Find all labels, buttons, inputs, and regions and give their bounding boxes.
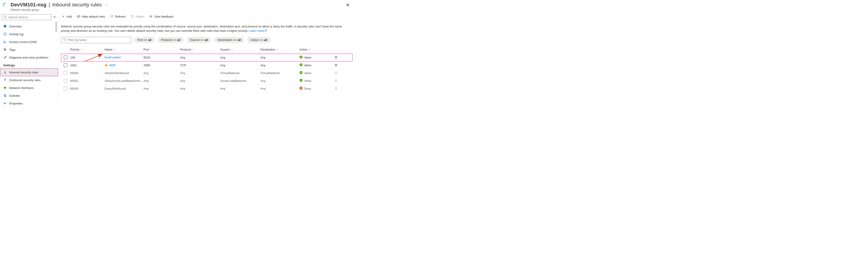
add-button[interactable]: Add [61,15,72,18]
delete-row-button[interactable] [332,56,341,59]
filter-pill-action[interactable]: Action == all [247,37,271,43]
cell-port: 3389 [144,64,180,67]
nic-icon [3,86,7,90]
delete-row-button[interactable] [332,64,341,67]
svg-point-27 [63,38,65,40]
deny-icon [299,86,303,90]
cell-destination: Any [260,64,299,67]
cell-name[interactable]: RDP [104,63,144,67]
sort-icon: ↑↓ [230,48,233,51]
trash-icon [131,15,134,18]
feedback-icon [149,15,153,18]
give-feedback-button[interactable]: Give feedback [149,15,173,18]
cell-protocol: TCP [180,64,220,67]
sidebar-item-network-interfaces[interactable]: Network interfaces [0,84,58,92]
sidebar-item-diagnose[interactable]: Diagnose and solve problems [0,53,58,61]
warning-icon [104,63,108,67]
svg-line-1 [6,17,6,18]
search-icon [3,15,7,19]
wrench-icon [3,55,7,59]
column-header-protocol[interactable]: Protocol↑↓ [180,48,220,51]
svg-rect-14 [4,96,5,97]
table-row[interactable]: 65000AllowVnetInBoundAnyAnyVirtualNetwor… [61,69,352,77]
hide-default-rules-button[interactable]: Hide default rules [77,15,105,18]
column-header-name[interactable]: Name↑↓ [104,48,144,51]
column-header-destination[interactable]: Destination↑↓ [260,48,299,51]
column-header-source[interactable]: Source↑↓ [220,48,260,51]
sidebar-item-overview[interactable]: Overview [0,23,58,30]
cell-priority: 100 [70,56,104,59]
svg-rect-56 [335,88,337,90]
column-header-priority[interactable]: Priority↑↓ [70,48,104,51]
eye-off-icon [77,15,81,18]
row-checkbox[interactable] [64,79,67,82]
svg-rect-23 [131,16,133,17]
sidebar-item-label: Activity log [9,33,23,36]
table-row[interactable]: 1001RDP3389TCPAnyAnyAllow [61,62,352,69]
row-checkbox[interactable] [64,55,67,59]
sidebar-item-access-control[interactable]: Access control (IAM) [0,38,58,46]
sidebar-item-label: Inbound security rules [9,71,38,74]
people-icon [3,40,7,44]
cell-source: Any [220,64,260,67]
cell-action: Deny [299,86,332,90]
svg-rect-15 [5,96,6,97]
filter-pill-protocol[interactable]: Protocol == all [158,37,184,43]
cell-action: Allow [299,71,332,75]
table-row[interactable]: 100PortForWAC6516AnyAnyAnyAllow [61,54,352,62]
sidebar-item-inbound-rules[interactable]: Inbound security rules [0,68,58,76]
cell-source: VirtualNetwork [220,71,260,75]
sidebar-item-activity-log[interactable]: Activity log [0,30,58,38]
svg-rect-2 [4,33,6,35]
delete-button: Delete [131,15,145,18]
filter-pill-source[interactable]: Source == all [187,37,211,43]
svg-point-49 [300,79,303,82]
learn-more-link[interactable]: Learn more [249,29,267,33]
cell-protocol: Any [180,56,220,59]
sidebar-scrollbar[interactable] [56,22,57,107]
cell-port: Any [144,71,180,75]
page-title-sub: Inbound security rules [52,2,101,8]
cell-name: AllowAzureLoadBalancerIn… [104,79,144,82]
sort-icon: ↑↓ [80,48,83,51]
table-row[interactable]: 65500DenyAllInBoundAnyAnyAnyAnyDeny [61,85,352,92]
sidebar-item-label: Outbound security rules [9,78,40,82]
description-text: Network security group security rules ar… [58,21,355,36]
cell-name[interactable]: PortForWAC [104,56,144,59]
filter-by-name-input[interactable] [61,37,131,43]
allow-icon [299,71,303,75]
sort-icon: ↑↓ [192,48,195,51]
svg-rect-30 [335,57,337,59]
refresh-button[interactable]: Refresh [110,15,126,18]
cell-name: DenyAllInBound [104,87,144,90]
svg-rect-11 [6,87,6,88]
properties-icon [3,102,7,105]
row-checkbox[interactable] [64,63,67,67]
close-button[interactable]: ✕ [344,2,351,8]
filter-pill-destination[interactable]: Destination == all [214,37,244,43]
allow-icon [299,55,303,60]
collapse-sidebar-button[interactable] [53,15,56,19]
filter-pill-port[interactable]: Port == all [134,37,155,43]
cell-action: Allow [299,79,332,83]
sidebar-item-properties[interactable]: Properties [0,100,58,107]
column-header-action[interactable]: Action↑↓ [299,48,332,51]
table-row[interactable]: 65001AllowAzureLoadBalancerIn…AnyAnyAzur… [61,77,352,85]
column-header-port[interactable]: Port↑↓ [144,48,180,51]
svg-point-0 [4,16,6,18]
shield-icon [3,25,7,28]
cell-priority: 65001 [70,79,104,82]
cell-protocol: Any [180,87,220,90]
more-actions-button[interactable]: ⋯ [104,3,109,7]
sidebar-item-subnets[interactable]: Subnets [0,92,58,100]
sort-icon: ↑↓ [150,48,152,51]
sidebar-item-label: Diagnose and solve problems [9,56,49,59]
svg-line-22 [78,15,80,17]
tag-icon [3,48,7,51]
svg-rect-38 [335,65,337,67]
row-checkbox[interactable] [64,71,67,75]
sidebar-item-outbound-rules[interactable]: Outbound security rules [0,76,58,84]
row-checkbox[interactable] [64,87,67,90]
sidebar-search-input[interactable] [2,14,52,20]
sidebar-item-tags[interactable]: Tags [0,46,58,53]
